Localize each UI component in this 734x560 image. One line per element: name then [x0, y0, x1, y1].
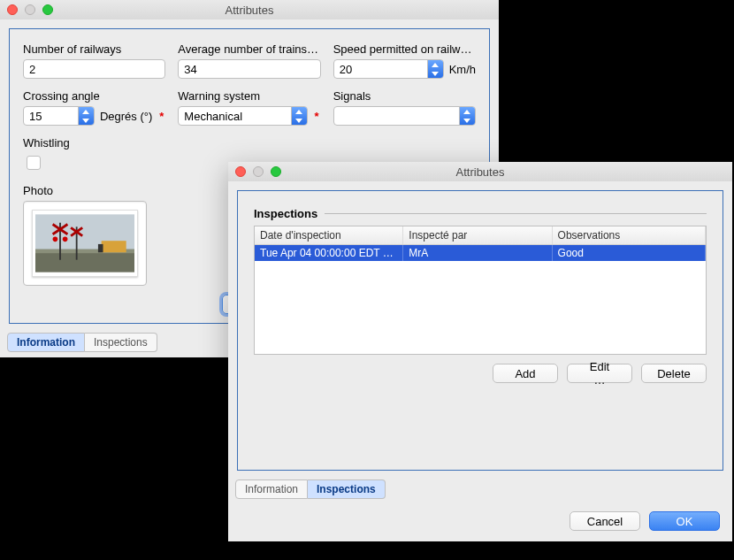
- delete-button[interactable]: Delete: [641, 364, 707, 383]
- svg-rect-11: [102, 241, 126, 252]
- col-by[interactable]: Inspecté par: [403, 226, 552, 244]
- cell-by: MrA: [403, 245, 552, 261]
- chevron-updown-icon: [427, 60, 443, 78]
- titlebar[interactable]: Attributes: [228, 162, 732, 181]
- tab-information[interactable]: Information: [235, 479, 308, 499]
- label-crossing-angle: Crossing angle: [23, 89, 165, 103]
- table-row[interactable]: Tue Apr 04 00:00:00 EDT 20… MrA Good: [255, 245, 706, 261]
- zoom-icon[interactable]: [42, 4, 53, 15]
- cell-date: Tue Apr 04 00:00:00 EDT 20…: [255, 245, 403, 261]
- unit-kmh: Km/h: [449, 63, 476, 76]
- close-icon[interactable]: [7, 4, 18, 15]
- divider: [325, 213, 707, 214]
- section-title: Inspections: [254, 207, 317, 220]
- input-num-railways[interactable]: [23, 59, 165, 79]
- photo-well[interactable]: [23, 201, 147, 286]
- titlebar[interactable]: Attributes: [0, 0, 499, 19]
- required-asterisk: *: [313, 110, 321, 123]
- dialog-footer: Cancel OK: [228, 504, 732, 541]
- checkbox-whistling[interactable]: [27, 156, 41, 170]
- add-button[interactable]: Add: [493, 364, 558, 383]
- chevron-updown-icon: [459, 107, 475, 125]
- zoom-icon[interactable]: [271, 166, 281, 177]
- inspections-panel: Inspections Date d'inspection Inspecté p…: [237, 190, 723, 471]
- tab-information[interactable]: Information: [7, 333, 85, 352]
- select-crossing-angle[interactable]: 15: [23, 106, 95, 126]
- label-signals: Signals: [333, 89, 476, 103]
- minimize-icon: [253, 166, 264, 177]
- unit-degrees: Degrés (°): [100, 110, 152, 123]
- edit-button[interactable]: Edit …: [567, 364, 632, 383]
- window-title: Attributes: [228, 165, 732, 179]
- select-warning[interactable]: Mechanical: [178, 106, 307, 126]
- input-avg-trains[interactable]: [178, 59, 320, 79]
- select-signals[interactable]: [333, 106, 476, 126]
- photo-thumbnail: [32, 210, 138, 277]
- svg-point-6: [53, 237, 58, 242]
- cancel-button[interactable]: Cancel: [570, 511, 640, 531]
- chevron-updown-icon: [291, 107, 307, 125]
- label-whistling: Whistling: [23, 136, 476, 150]
- label-avg-trains: Average number of trains pe…: [178, 42, 320, 56]
- select-speed[interactable]: 20: [333, 59, 444, 79]
- tabs: Information Inspections: [228, 479, 732, 504]
- col-obs[interactable]: Observations: [553, 226, 706, 244]
- cell-obs: Good: [553, 245, 706, 261]
- close-icon[interactable]: [235, 166, 246, 177]
- svg-rect-1: [35, 251, 134, 272]
- label-speed: Speed permitted on railw…: [333, 42, 476, 56]
- required-asterisk: *: [157, 110, 165, 123]
- svg-rect-12: [98, 244, 103, 252]
- chevron-updown-icon: [78, 107, 94, 125]
- svg-point-7: [63, 237, 68, 242]
- col-date[interactable]: Date d'inspection: [255, 226, 403, 244]
- label-warning: Warning system: [178, 89, 320, 103]
- tab-inspections[interactable]: Inspections: [308, 479, 386, 499]
- window-title: Attributes: [0, 4, 499, 17]
- label-num-railways: Number of railways: [23, 42, 165, 56]
- inspections-table[interactable]: Date d'inspection Inspecté par Observati…: [254, 226, 707, 355]
- window-attributes-2: Attributes Inspections Date d'inspection…: [228, 162, 732, 541]
- ok-button[interactable]: OK: [649, 511, 720, 531]
- minimize-icon: [25, 4, 35, 15]
- railway-crossing-icon: [35, 213, 134, 273]
- table-header: Date d'inspection Inspecté par Observati…: [255, 226, 706, 245]
- tab-inspections[interactable]: Inspections: [85, 333, 157, 352]
